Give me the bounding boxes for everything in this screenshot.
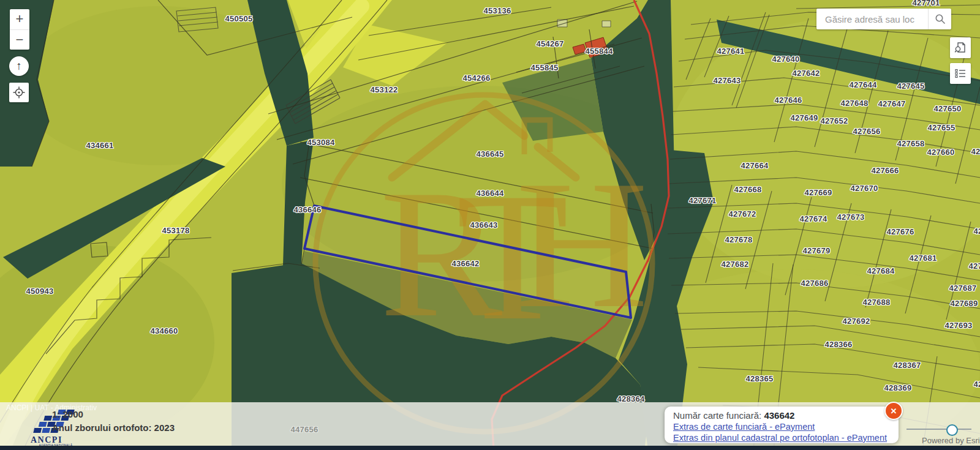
link-extras-plan-cadastral[interactable]: Extras din planul cadastral pe ortofotop… (673, 433, 887, 443)
north-arrow-button[interactable]: ↑ (9, 56, 29, 76)
legend-button[interactable] (950, 63, 971, 84)
north-arrow-icon: ↑ (16, 59, 22, 73)
link-extras-carte-funciara[interactable]: Extras de carte funciară - ePayment (673, 422, 815, 432)
ortho-year-text: Anul zborului ortofoto: 2023 (52, 422, 175, 433)
popup-title: Număr carte funciară: 436642 (673, 410, 794, 421)
parcel-popup: Număr carte funciară: 436642 Extras de c… (665, 407, 899, 443)
popup-close-button[interactable]: ✕ (884, 402, 903, 420)
map-scale-text: 1: 2000 (52, 409, 83, 419)
attribution-slider-track (907, 429, 971, 430)
powered-by-esri: Powered by Esri (922, 436, 980, 445)
crosshair-icon (13, 86, 25, 99)
identify-tool-button[interactable] (950, 37, 971, 58)
legend-list-icon (954, 67, 967, 80)
zoom-in-button[interactable]: + (10, 9, 29, 29)
search-button[interactable] (928, 9, 951, 29)
zoom-out-button[interactable]: − (10, 30, 29, 50)
close-icon: ✕ (891, 407, 897, 416)
search-input[interactable] (824, 13, 928, 25)
document-search-icon (954, 42, 967, 54)
map-terrain: R T H (0, 0, 980, 450)
locate-button[interactable] (9, 83, 29, 102)
attribution-slider-handle[interactable] (946, 424, 958, 436)
land-book-number: 436642 (764, 410, 794, 421)
bottom-edge-strip (0, 446, 980, 450)
search-box[interactable] (816, 9, 951, 29)
search-icon (935, 13, 946, 24)
map-canvas[interactable]: R T H 4505054531364277014542674558444558… (0, 0, 980, 450)
zoom-control[interactable]: + − (10, 9, 29, 50)
